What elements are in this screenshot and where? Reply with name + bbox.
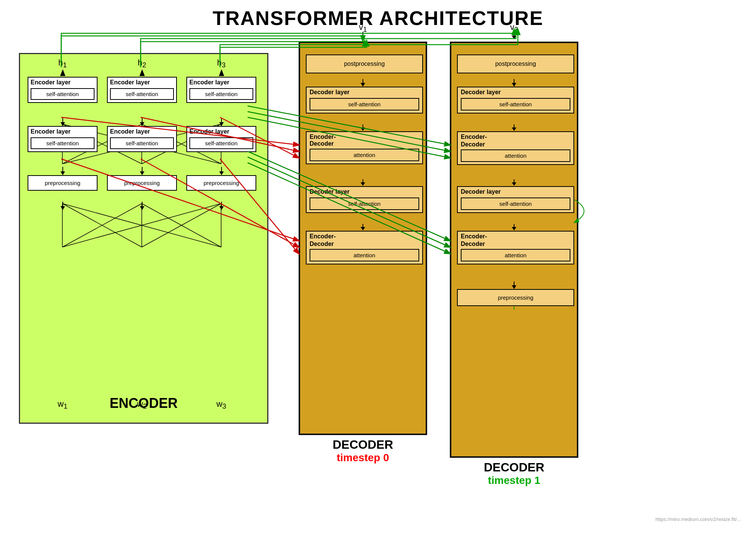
dec2-preproc: preprocessing <box>457 289 574 306</box>
decoder-block-1: v1 postprocessing Decoder layer self-att… <box>299 42 427 435</box>
enc-layer-top-3-title: Encoder layer <box>187 78 256 87</box>
dec1-enc-dec-top-title2: Decoder <box>307 140 422 147</box>
svg-marker-31 <box>140 206 144 210</box>
svg-marker-52 <box>512 83 516 87</box>
decoder-block-2: v2 postprocessing Decoder layer self-att… <box>450 42 578 458</box>
dec2-layer-bot-title: Decoder layer <box>458 187 573 196</box>
enc-layer-bot-3: Encoder layer self-attention <box>186 126 256 152</box>
enc-preproc-1: preprocessing <box>28 175 98 191</box>
dec2-enc-dec-top-title: Encoder- <box>458 132 573 141</box>
svg-marker-38 <box>219 206 224 210</box>
enc-preproc-3: preprocessing <box>186 175 256 191</box>
dec1-layer-bot-inner: self-attention <box>310 197 419 210</box>
dec1-postproc: postprocessing <box>306 54 423 73</box>
enc-layer-bot-1-title: Encoder layer <box>28 127 97 136</box>
dec2-layer-top-title: Decoder layer <box>458 87 573 96</box>
dec1-layer-top: Decoder layer self-attention <box>306 87 423 114</box>
svg-marker-54 <box>512 128 516 131</box>
dec1-enc-dec-top-title: Encoder- <box>307 132 422 140</box>
svg-marker-48 <box>361 227 365 230</box>
enc-col1-up-arrow <box>59 69 67 77</box>
enc-layer-top-1: Encoder layer self-attention <box>28 77 98 103</box>
enc-col1-output-label: h1 <box>28 58 98 69</box>
svg-marker-42 <box>361 83 365 87</box>
dec1-main-label: DECODER <box>300 438 426 452</box>
dec1-layer-bot-title: Decoder layer <box>307 187 422 196</box>
enc-preproc-2: preprocessing <box>107 175 177 191</box>
enc-layer-bot-3-inner: self-attention <box>189 137 253 149</box>
enc-col2-output-label: h2 <box>107 58 177 69</box>
encoder-col-1: h1 Encoder layer self-attention Encoder … <box>28 77 98 395</box>
svg-marker-46 <box>361 182 365 186</box>
svg-marker-58 <box>512 227 516 230</box>
svg-marker-32 <box>219 69 224 76</box>
enc-layer-top-1-inner: self-attention <box>31 88 94 100</box>
svg-marker-22 <box>60 171 65 175</box>
dec1-enc-dec-bot-title2: Decoder <box>307 241 422 247</box>
enc-layer-bot-2-inner: self-attention <box>110 137 174 149</box>
enc-layer-top-3: Encoder layer self-attention <box>186 77 256 103</box>
diagram-area: ENCODER <box>11 30 745 526</box>
dec2-label-group: DECODER timestep 1 <box>451 460 577 487</box>
enc-col1-input-label: w1 <box>28 399 98 410</box>
enc-layer-bot-1: Encoder layer self-attention <box>28 126 98 152</box>
enc-layer-bot-2-title: Encoder layer <box>108 127 176 136</box>
encoder-block: ENCODER <box>19 53 268 424</box>
enc-layer-top-1-title: Encoder layer <box>28 78 97 87</box>
enc-layer-bot-3-title: Encoder layer <box>187 127 256 136</box>
dec1-enc-dec-top: Encoder- Decoder attention <box>306 131 423 164</box>
dec2-layer-top-inner: self-attention <box>461 98 570 110</box>
dec1-enc-dec-bot-title: Encoder- <box>307 232 422 241</box>
dec2-enc-dec-top-title2: Decoder <box>458 141 573 148</box>
enc-col1-input-arrow <box>59 202 67 213</box>
dec2-enc-dec-bot-title2: Decoder <box>458 241 573 247</box>
dec1-enc-dec-bot: Encoder- Decoder attention <box>306 231 423 264</box>
svg-marker-29 <box>140 171 144 175</box>
dec1-layer-top-inner: self-attention <box>310 98 419 110</box>
enc-col2-up-arrow <box>138 69 146 77</box>
enc-col3-output-label: h3 <box>186 58 256 69</box>
svg-marker-56 <box>512 182 516 186</box>
svg-marker-60 <box>512 285 516 289</box>
dec2-postproc: postprocessing <box>457 54 574 73</box>
svg-marker-20 <box>60 122 65 126</box>
dec2-layer-bot-inner: self-attention <box>461 197 570 210</box>
dec2-enc-dec-top: Encoder- Decoder attention <box>457 131 574 165</box>
dec2-layer-bot: Decoder layer self-attention <box>457 186 574 213</box>
svg-marker-18 <box>60 69 65 76</box>
enc-layer-bot-2: Encoder layer self-attention <box>107 126 177 152</box>
dec1-sub-label: timestep 0 <box>300 452 426 464</box>
enc-col3-input-label: w3 <box>186 399 256 410</box>
dec2-enc-dec-top-inner: attention <box>461 149 570 162</box>
dec1-enc-dec-bot-inner: attention <box>310 249 419 261</box>
enc-col3-input-arrow <box>218 202 225 213</box>
dec1-out-arrow <box>359 32 367 42</box>
svg-marker-36 <box>219 171 224 175</box>
svg-marker-27 <box>140 122 144 126</box>
watermark: https://miro.medium.com/v2/resize:fit/..… <box>655 516 741 522</box>
dec2-layer-top: Decoder layer self-attention <box>457 87 574 114</box>
svg-marker-25 <box>139 69 145 76</box>
dec2-sub-label: timestep 1 <box>451 474 577 487</box>
svg-marker-40 <box>361 36 365 39</box>
dec2-main-label: DECODER <box>451 460 577 474</box>
svg-marker-24 <box>60 206 65 210</box>
enc-layer-top-2-inner: self-attention <box>110 88 174 100</box>
dec2-enc-dec-bot-title: Encoder- <box>458 232 573 241</box>
svg-marker-44 <box>361 128 365 131</box>
enc-col3-up-arrow <box>218 69 225 77</box>
dec2-enc-dec-bot: Encoder- Decoder attention <box>457 231 574 264</box>
dec1-enc-dec-top-inner: attention <box>310 149 419 161</box>
enc-layer-top-2-title: Encoder layer <box>108 78 176 87</box>
svg-marker-34 <box>219 122 224 126</box>
encoder-col-2: h2 Encoder layer self-attention Encoder … <box>107 77 177 395</box>
enc-col2-input-arrow <box>138 202 146 213</box>
dec2-out-arrow <box>510 32 518 42</box>
svg-marker-50 <box>512 36 516 39</box>
enc-col2-input-label: w2 <box>107 399 177 410</box>
dec1-layer-top-title: Decoder layer <box>307 87 422 96</box>
dec1-label-group: DECODER timestep 0 <box>300 438 426 464</box>
encoder-col-3: h3 Encoder layer self-attention Encoder … <box>186 77 256 395</box>
enc-layer-top-3-inner: self-attention <box>189 88 253 100</box>
dec2-enc-dec-bot-inner: attention <box>461 249 570 261</box>
